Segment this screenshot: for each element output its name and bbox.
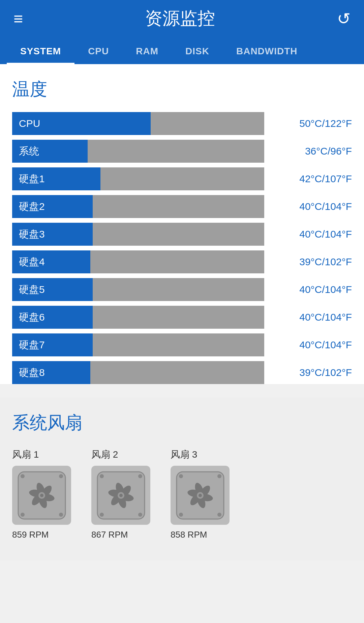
temp-value: 39°C/102°F: [271, 367, 352, 378]
menu-icon[interactable]: ≡: [13, 9, 23, 28]
temp-row: 硬盘839°C/102°F: [12, 361, 352, 384]
tab-cpu[interactable]: CPU: [74, 40, 122, 64]
temp-bar-fill: 硬盘4: [12, 250, 90, 273]
temp-bar: 硬盘4: [12, 250, 264, 273]
tab-ram[interactable]: RAM: [122, 40, 172, 64]
temp-bar: 硬盘1: [12, 167, 264, 190]
svg-point-4: [59, 513, 63, 517]
svg-point-2: [59, 474, 63, 478]
temp-bar-fill: 硬盘6: [12, 306, 93, 329]
temp-bar-fill: 硬盘2: [12, 195, 93, 218]
tab-system[interactable]: SYSTEM: [7, 40, 74, 64]
temp-value: 42°C/107°F: [271, 173, 352, 185]
temp-row: 硬盘340°C/104°F: [12, 223, 352, 246]
temp-row: 硬盘740°C/104°F: [12, 333, 352, 356]
temp-row: 系统36°C/96°F: [12, 140, 352, 163]
fan-list: 风扇 1: [12, 448, 352, 540]
svg-point-17: [179, 513, 183, 517]
temp-bar-fill: 硬盘1: [12, 167, 100, 190]
tab-bar: SYSTEM CPU RAM DISK BANDWIDTH: [0, 37, 364, 64]
temp-bar-label: 硬盘5: [19, 283, 45, 297]
temp-bar-fill: 硬盘3: [12, 223, 93, 246]
temp-value: 40°C/104°F: [271, 228, 352, 240]
temp-bar-label: 硬盘2: [19, 200, 45, 214]
fan-rpm: 867 RPM: [91, 530, 128, 540]
temp-bar-fill: 硬盘8: [12, 361, 90, 384]
temp-bar: 硬盘8: [12, 361, 264, 384]
svg-point-3: [21, 513, 25, 517]
temp-bar-label: 系统: [19, 144, 39, 158]
svg-point-9: [138, 474, 142, 478]
temp-bar: CPU: [12, 112, 264, 135]
fan-rpm: 858 RPM: [171, 530, 207, 540]
temp-bar-fill: 硬盘5: [12, 278, 93, 301]
temperature-title: 温度: [12, 78, 352, 101]
temp-bar-fill: CPU: [12, 112, 151, 135]
refresh-icon[interactable]: ↺: [337, 9, 351, 28]
fan-label: 风扇 1: [12, 448, 39, 461]
svg-point-6: [40, 494, 43, 497]
temp-bar: 硬盘6: [12, 306, 264, 329]
temp-row: CPU50°C/122°F: [12, 112, 352, 135]
temp-value: 40°C/104°F: [271, 339, 352, 351]
fan-rpm: 859 RPM: [12, 530, 49, 540]
temp-value: 39°C/102°F: [271, 256, 352, 268]
fan-item: 风扇 3: [171, 448, 230, 540]
svg-point-13: [119, 494, 123, 497]
temp-bar-fill: 硬盘7: [12, 333, 93, 356]
temp-row: 硬盘640°C/104°F: [12, 306, 352, 329]
tab-bandwidth[interactable]: BANDWIDTH: [223, 40, 311, 64]
temperature-list: CPU50°C/122°F系统36°C/96°F硬盘142°C/107°F硬盘2…: [12, 112, 352, 384]
fan-item: 风扇 1: [12, 448, 71, 540]
fan-label: 风扇 3: [171, 448, 197, 461]
svg-point-18: [217, 513, 221, 517]
temp-value: 36°C/96°F: [271, 145, 352, 157]
fan-label: 风扇 2: [91, 448, 118, 461]
tab-disk[interactable]: DISK: [172, 40, 223, 64]
temp-bar-fill: 系统: [12, 140, 88, 163]
temp-bar-label: 硬盘3: [19, 227, 45, 241]
temperature-section: 温度 CPU50°C/122°F系统36°C/96°F硬盘142°C/107°F…: [0, 64, 364, 384]
svg-point-10: [100, 513, 104, 517]
temp-bar-label: 硬盘6: [19, 310, 45, 324]
temp-bar-label: 硬盘8: [19, 366, 45, 380]
temp-value: 50°C/122°F: [271, 118, 352, 129]
temp-value: 40°C/104°F: [271, 284, 352, 295]
fan-item: 风扇 2: [91, 448, 150, 540]
temp-row: 硬盘142°C/107°F: [12, 167, 352, 190]
svg-point-16: [217, 474, 221, 478]
fan-blade-icon: [96, 470, 146, 521]
temp-bar-label: CPU: [19, 118, 40, 129]
temp-value: 40°C/104°F: [271, 312, 352, 323]
temp-bar: 系统: [12, 140, 264, 163]
temp-row: 硬盘240°C/104°F: [12, 195, 352, 218]
temp-value: 40°C/104°F: [271, 201, 352, 212]
page-title: 资源监控: [145, 7, 215, 30]
fan-section: 系统风扇 风扇 1: [0, 398, 364, 560]
fan-blade-icon: [17, 470, 67, 521]
svg-point-20: [199, 494, 202, 497]
temp-bar-label: 硬盘1: [19, 172, 45, 186]
temp-bar-label: 硬盘4: [19, 255, 45, 269]
temp-bar: 硬盘2: [12, 195, 264, 218]
fan-icon: [91, 466, 150, 525]
header: ≡ 资源监控 ↺: [0, 0, 364, 37]
fan-icon: [171, 466, 230, 525]
fan-icon: [12, 466, 71, 525]
svg-point-1: [21, 474, 25, 478]
temp-bar: 硬盘5: [12, 278, 264, 301]
temp-bar: 硬盘3: [12, 223, 264, 246]
temp-bar-label: 硬盘7: [19, 338, 45, 352]
fan-blade-icon: [175, 470, 225, 521]
fan-section-title: 系统风扇: [12, 411, 352, 435]
temp-bar: 硬盘7: [12, 333, 264, 356]
svg-point-8: [100, 474, 104, 478]
temp-row: 硬盘439°C/102°F: [12, 250, 352, 273]
temp-row: 硬盘540°C/104°F: [12, 278, 352, 301]
svg-point-11: [138, 513, 142, 517]
svg-point-15: [179, 474, 183, 478]
